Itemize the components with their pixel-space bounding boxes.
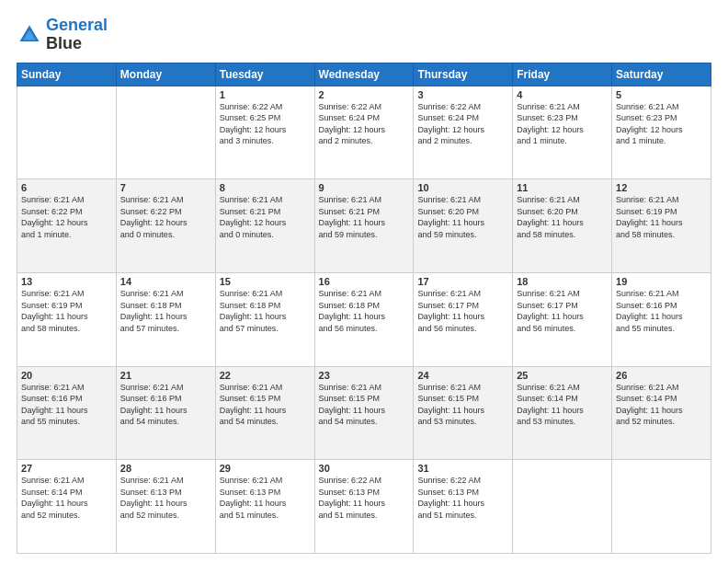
day-info: Sunrise: 6:21 AM Sunset: 6:16 PM Dayligh… (21, 382, 112, 428)
day-info: Sunrise: 6:21 AM Sunset: 6:22 PM Dayligh… (120, 194, 211, 240)
day-number: 12 (616, 182, 707, 193)
calendar-day-cell: 13Sunrise: 6:21 AM Sunset: 6:19 PM Dayli… (17, 272, 117, 366)
day-info: Sunrise: 6:21 AM Sunset: 6:18 PM Dayligh… (319, 288, 410, 334)
day-number: 16 (319, 276, 410, 287)
calendar-day-cell: 20Sunrise: 6:21 AM Sunset: 6:16 PM Dayli… (17, 366, 117, 460)
calendar-week-row: 13Sunrise: 6:21 AM Sunset: 6:19 PM Dayli… (17, 272, 711, 366)
calendar-day-cell: 22Sunrise: 6:21 AM Sunset: 6:15 PM Dayli… (215, 366, 314, 460)
calendar-day-cell: 26Sunrise: 6:21 AM Sunset: 6:14 PM Dayli… (612, 366, 711, 460)
day-info: Sunrise: 6:21 AM Sunset: 6:23 PM Dayligh… (517, 101, 608, 147)
calendar-day-cell: 27Sunrise: 6:21 AM Sunset: 6:14 PM Dayli… (17, 460, 117, 554)
calendar-day-cell: 19Sunrise: 6:21 AM Sunset: 6:16 PM Dayli… (612, 272, 711, 366)
day-number: 29 (220, 463, 311, 474)
day-number: 9 (319, 182, 410, 193)
calendar-day-cell: 7Sunrise: 6:21 AM Sunset: 6:22 PM Daylig… (116, 179, 215, 273)
day-info: Sunrise: 6:21 AM Sunset: 6:15 PM Dayligh… (220, 382, 311, 428)
calendar-week-row: 6Sunrise: 6:21 AM Sunset: 6:22 PM Daylig… (17, 179, 711, 273)
day-number: 3 (417, 89, 508, 100)
day-number: 11 (517, 182, 608, 193)
day-info: Sunrise: 6:22 AM Sunset: 6:13 PM Dayligh… (417, 475, 508, 521)
day-number: 17 (417, 276, 508, 287)
day-number: 20 (21, 370, 112, 381)
day-info: Sunrise: 6:21 AM Sunset: 6:15 PM Dayligh… (319, 382, 410, 428)
day-number: 26 (616, 370, 707, 381)
day-number: 1 (220, 89, 311, 100)
calendar-day-cell: 11Sunrise: 6:21 AM Sunset: 6:20 PM Dayli… (513, 179, 612, 273)
day-number: 10 (417, 182, 508, 193)
logo: GeneralBlue (17, 17, 108, 53)
day-number: 30 (319, 463, 410, 474)
calendar-day-header: Tuesday (215, 63, 314, 86)
calendar-day-header: Saturday (612, 63, 711, 86)
day-info: Sunrise: 6:21 AM Sunset: 6:18 PM Dayligh… (120, 288, 211, 334)
day-info: Sunrise: 6:21 AM Sunset: 6:14 PM Dayligh… (517, 382, 608, 428)
day-info: Sunrise: 6:21 AM Sunset: 6:22 PM Dayligh… (21, 194, 112, 240)
day-number: 23 (319, 370, 410, 381)
calendar-week-row: 20Sunrise: 6:21 AM Sunset: 6:16 PM Dayli… (17, 366, 711, 460)
day-number: 21 (120, 370, 211, 381)
calendar-day-cell: 30Sunrise: 6:22 AM Sunset: 6:13 PM Dayli… (314, 460, 414, 554)
calendar-day-cell: 14Sunrise: 6:21 AM Sunset: 6:18 PM Dayli… (116, 272, 215, 366)
day-number: 19 (616, 276, 707, 287)
day-info: Sunrise: 6:22 AM Sunset: 6:13 PM Dayligh… (319, 475, 410, 521)
day-number: 18 (517, 276, 608, 287)
calendar-day-cell: 10Sunrise: 6:21 AM Sunset: 6:20 PM Dayli… (414, 179, 513, 273)
day-info: Sunrise: 6:21 AM Sunset: 6:15 PM Dayligh… (417, 382, 508, 428)
day-info: Sunrise: 6:22 AM Sunset: 6:25 PM Dayligh… (220, 101, 311, 147)
calendar-day-cell: 24Sunrise: 6:21 AM Sunset: 6:15 PM Dayli… (414, 366, 513, 460)
calendar-day-cell: 31Sunrise: 6:22 AM Sunset: 6:13 PM Dayli… (414, 460, 513, 554)
calendar-day-cell: 16Sunrise: 6:21 AM Sunset: 6:18 PM Dayli… (314, 272, 414, 366)
calendar-day-cell: 9Sunrise: 6:21 AM Sunset: 6:21 PM Daylig… (314, 179, 414, 273)
day-number: 7 (120, 182, 211, 193)
day-number: 31 (417, 463, 508, 474)
calendar-day-cell: 28Sunrise: 6:21 AM Sunset: 6:13 PM Dayli… (116, 460, 215, 554)
calendar-day-cell: 8Sunrise: 6:21 AM Sunset: 6:21 PM Daylig… (215, 179, 314, 273)
day-info: Sunrise: 6:21 AM Sunset: 6:16 PM Dayligh… (120, 382, 211, 428)
calendar-day-cell (513, 460, 612, 554)
calendar-day-cell: 3Sunrise: 6:22 AM Sunset: 6:24 PM Daylig… (414, 86, 513, 179)
day-info: Sunrise: 6:21 AM Sunset: 6:21 PM Dayligh… (220, 194, 311, 240)
calendar-day-header: Friday (513, 63, 612, 86)
day-number: 27 (21, 463, 112, 474)
calendar-week-row: 27Sunrise: 6:21 AM Sunset: 6:14 PM Dayli… (17, 460, 711, 554)
day-info: Sunrise: 6:21 AM Sunset: 6:19 PM Dayligh… (616, 194, 707, 240)
day-number: 24 (417, 370, 508, 381)
calendar-day-cell: 17Sunrise: 6:21 AM Sunset: 6:17 PM Dayli… (414, 272, 513, 366)
day-info: Sunrise: 6:21 AM Sunset: 6:23 PM Dayligh… (616, 101, 707, 147)
header: GeneralBlue (17, 17, 711, 53)
calendar-day-cell (116, 86, 215, 179)
day-number: 15 (220, 276, 311, 287)
day-info: Sunrise: 6:22 AM Sunset: 6:24 PM Dayligh… (417, 101, 508, 147)
calendar-day-cell: 23Sunrise: 6:21 AM Sunset: 6:15 PM Dayli… (314, 366, 414, 460)
day-info: Sunrise: 6:21 AM Sunset: 6:20 PM Dayligh… (417, 194, 508, 240)
calendar-day-header: Wednesday (314, 63, 414, 86)
day-number: 13 (21, 276, 112, 287)
day-info: Sunrise: 6:21 AM Sunset: 6:19 PM Dayligh… (21, 288, 112, 334)
calendar-day-cell: 29Sunrise: 6:21 AM Sunset: 6:13 PM Dayli… (215, 460, 314, 554)
calendar-day-cell: 21Sunrise: 6:21 AM Sunset: 6:16 PM Dayli… (116, 366, 215, 460)
day-info: Sunrise: 6:21 AM Sunset: 6:21 PM Dayligh… (319, 194, 410, 240)
day-number: 14 (120, 276, 211, 287)
logo-icon (17, 22, 42, 48)
calendar-day-cell: 15Sunrise: 6:21 AM Sunset: 6:18 PM Dayli… (215, 272, 314, 366)
page: GeneralBlue SundayMondayTuesdayWednesday… (0, 0, 728, 563)
calendar-day-header: Sunday (17, 63, 117, 86)
calendar-day-cell: 6Sunrise: 6:21 AM Sunset: 6:22 PM Daylig… (17, 179, 117, 273)
logo-text: GeneralBlue (46, 17, 108, 53)
day-number: 4 (517, 89, 608, 100)
calendar-day-header: Monday (116, 63, 215, 86)
day-info: Sunrise: 6:21 AM Sunset: 6:14 PM Dayligh… (616, 382, 707, 428)
day-number: 25 (517, 370, 608, 381)
day-number: 2 (319, 89, 410, 100)
calendar-table: SundayMondayTuesdayWednesdayThursdayFrid… (17, 63, 711, 554)
calendar-day-cell: 18Sunrise: 6:21 AM Sunset: 6:17 PM Dayli… (513, 272, 612, 366)
calendar-day-cell: 5Sunrise: 6:21 AM Sunset: 6:23 PM Daylig… (612, 86, 711, 179)
day-number: 5 (616, 89, 707, 100)
calendar-week-row: 1Sunrise: 6:22 AM Sunset: 6:25 PM Daylig… (17, 86, 711, 179)
day-info: Sunrise: 6:21 AM Sunset: 6:17 PM Dayligh… (417, 288, 508, 334)
day-info: Sunrise: 6:21 AM Sunset: 6:20 PM Dayligh… (517, 194, 608, 240)
calendar-day-cell: 4Sunrise: 6:21 AM Sunset: 6:23 PM Daylig… (513, 86, 612, 179)
day-info: Sunrise: 6:21 AM Sunset: 6:14 PM Dayligh… (21, 475, 112, 521)
day-info: Sunrise: 6:21 AM Sunset: 6:13 PM Dayligh… (220, 475, 311, 521)
day-info: Sunrise: 6:21 AM Sunset: 6:18 PM Dayligh… (220, 288, 311, 334)
